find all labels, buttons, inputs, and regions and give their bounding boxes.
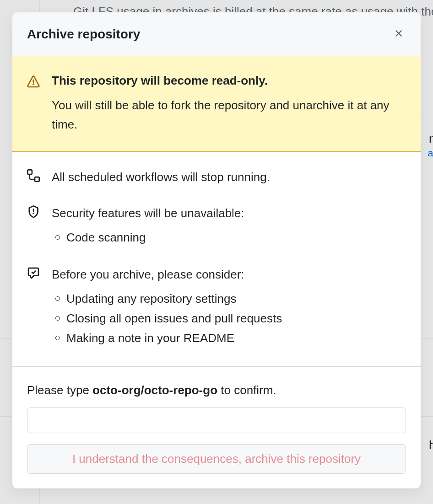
shield-icon [27, 205, 40, 247]
confirm-repo-name: octo-org/octo-repo-go [92, 383, 217, 397]
alert-icon [27, 75, 40, 134]
close-button[interactable] [390, 25, 407, 43]
confirm-prefix: Please type [27, 383, 92, 397]
list-item: Code scanning [52, 228, 406, 247]
security-list: Code scanning [52, 228, 406, 247]
warning-description: You will still be able to fork the repos… [52, 96, 406, 134]
warning-banner: This repository will become read-only. Y… [12, 56, 421, 152]
confirm-section: Please type octo-org/octo-repo-go to con… [12, 367, 421, 488]
considerations-info: Before you archive, please consider: Upd… [27, 266, 406, 348]
archive-repository-dialog: Archive repository This repository will … [12, 12, 421, 489]
close-icon [393, 28, 404, 40]
warning-content: This repository will become read-only. Y… [52, 74, 406, 134]
confirm-prompt: Please type octo-org/octo-repo-go to con… [27, 383, 406, 397]
background-text-right: ng [429, 132, 433, 146]
archive-confirm-button[interactable]: I understand the consequences, archive t… [27, 444, 406, 474]
security-heading: Security features will be unavailable: [52, 204, 406, 222]
list-item: Closing all open issues and pull request… [52, 309, 406, 328]
considerations-heading: Before you archive, please consider: [52, 266, 406, 284]
considerations-list: Updating any repository settings Closing… [52, 289, 406, 348]
warning-heading: This repository will become read-only. [52, 74, 406, 88]
confirm-input[interactable] [27, 407, 406, 433]
info-section: All scheduled workflows will stop runnin… [12, 152, 421, 367]
confirm-suffix: to confirm. [217, 383, 276, 397]
background-text-right: he [429, 438, 433, 452]
workflows-info: All scheduled workflows will stop runnin… [27, 168, 406, 186]
workflow-icon [27, 169, 40, 186]
list-item: Updating any repository settings [52, 289, 406, 309]
list-item: Making a note in your README [52, 328, 406, 348]
background-link-right: arn [428, 147, 433, 159]
workflows-text: All scheduled workflows will stop runnin… [52, 168, 406, 186]
security-info: Security features will be unavailable: C… [27, 204, 406, 247]
checklist-icon [27, 267, 40, 348]
dialog-header: Archive repository [12, 12, 421, 56]
dialog-title: Archive repository [27, 27, 140, 42]
